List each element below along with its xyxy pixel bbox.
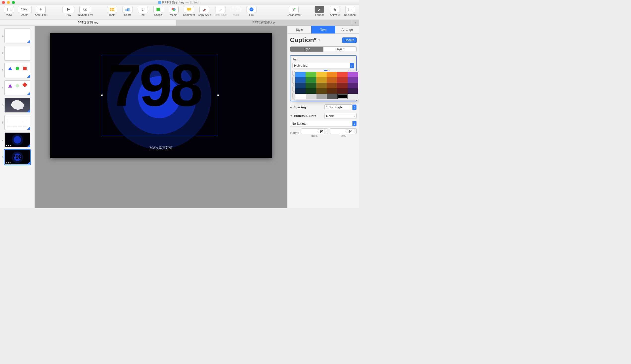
palette-color[interactable] — [306, 94, 316, 99]
indent-label: Indent: — [290, 131, 299, 135]
resize-handle-left[interactable] — [101, 94, 103, 96]
document-button[interactable]: Document — [344, 6, 357, 16]
spacing-select[interactable]: 1.0 - Single▴▾ — [324, 104, 357, 110]
title-dropdown-icon[interactable]: ⌵ — [200, 1, 201, 4]
fullscreen-window-button[interactable] — [12, 1, 15, 4]
thumbnail-8[interactable]: 798 — [4, 150, 30, 165]
inspector-text-tab[interactable]: Text — [311, 26, 335, 34]
thumbnail-7[interactable] — [4, 132, 30, 147]
slide-caption[interactable]: 798次掌声好评 — [50, 146, 272, 150]
thumbnail-1[interactable] — [4, 28, 30, 43]
shape-button[interactable]: Shape — [152, 6, 165, 16]
thumbnail-6[interactable] — [4, 115, 30, 130]
palette-color[interactable] — [316, 83, 327, 88]
slide: 798 798次掌声好评 — [50, 33, 272, 158]
color-palette-popover[interactable] — [294, 71, 359, 100]
bullets-style-select[interactable]: No Bullets▴▾ — [290, 121, 357, 126]
palette-color[interactable] — [295, 83, 306, 88]
palette-color[interactable] — [327, 83, 337, 88]
palette-color[interactable] — [348, 83, 358, 88]
comment-button[interactable]: Comment — [182, 6, 196, 16]
add-slide-button[interactable]: + Add Slide — [34, 6, 47, 16]
text-selection-box[interactable] — [102, 55, 218, 136]
thumbnail-4[interactable] — [4, 80, 30, 95]
palette-color[interactable] — [316, 94, 327, 99]
palette-color[interactable] — [295, 72, 306, 77]
zoom-button[interactable]: 41%⌵ Zoom — [18, 6, 32, 16]
svg-rect-9 — [126, 10, 126, 11]
bullets-disclosure-icon[interactable]: ▼ — [290, 114, 292, 117]
palette-color[interactable] — [348, 77, 358, 83]
svg-point-14 — [173, 9, 174, 11]
text-subtabs[interactable]: Style Layout — [290, 46, 357, 52]
svg-rect-17 — [234, 8, 238, 11]
palette-color[interactable] — [295, 77, 306, 83]
paragraph-style-name[interactable]: Caption* — [290, 36, 316, 44]
palette-color[interactable] — [306, 83, 316, 88]
bullet-indent-field[interactable] — [301, 128, 324, 134]
view-button[interactable]: ⌵ View — [2, 6, 16, 16]
palette-color[interactable] — [348, 88, 358, 94]
palette-color[interactable] — [327, 72, 337, 77]
palette-color[interactable] — [337, 83, 348, 88]
window-titlebar: PPT-2 案例.key — Edited ⌵ — [0, 0, 359, 5]
spacing-label: Spacing — [294, 106, 306, 109]
text-subtab-style[interactable]: Style — [290, 46, 324, 52]
font-family-select[interactable]: Helvetica▴▾ — [292, 63, 354, 68]
animate-button[interactable]: Animate — [328, 6, 341, 16]
chart-button[interactable]: Chart — [121, 6, 134, 16]
inspector-arrange-tab[interactable]: Arrange — [335, 26, 359, 34]
svg-rect-15 — [187, 8, 191, 10]
text-subtab-layout[interactable]: Layout — [324, 46, 357, 52]
palette-color[interactable] — [306, 72, 316, 77]
inspector-style-tab[interactable]: Style — [288, 26, 311, 34]
palette-color[interactable] — [316, 72, 327, 77]
app-doc-icon — [158, 1, 161, 4]
palette-color[interactable] — [327, 88, 337, 94]
table-button[interactable]: Table — [106, 6, 118, 16]
svg-point-19 — [294, 8, 296, 9]
palette-color[interactable] — [295, 88, 306, 94]
close-window-button[interactable] — [2, 1, 5, 4]
paste-style-button: Paste Style — [214, 6, 228, 16]
bullets-preset-select[interactable]: None⌵ — [324, 113, 357, 119]
spacing-disclosure-icon[interactable]: ▶ — [290, 106, 292, 108]
slide-navigator[interactable]: 1 2 3 4 5 6 — [0, 26, 35, 208]
paragraph-style-dropdown-icon[interactable]: ▾ — [318, 38, 320, 42]
resize-handle-right[interactable] — [217, 94, 219, 96]
update-style-button[interactable]: Update — [342, 38, 357, 43]
palette-color[interactable] — [327, 77, 337, 83]
palette-color[interactable] — [316, 77, 327, 83]
palette-color[interactable] — [306, 77, 316, 83]
palette-color[interactable] — [316, 88, 327, 94]
palette-color[interactable] — [348, 72, 358, 77]
play-button[interactable]: Play — [62, 6, 75, 16]
text-button[interactable]: TText — [136, 6, 149, 16]
add-tab-button[interactable]: + — [352, 20, 359, 26]
main-toolbar: ⌵ View 41%⌵ Zoom + Add Slide Play Keynot… — [0, 5, 359, 20]
minimize-window-button[interactable] — [7, 1, 10, 4]
slide-canvas[interactable]: 798 798次掌声好评 — [35, 26, 287, 208]
copy-style-button[interactable]: Copy Style — [198, 6, 211, 16]
thumbnail-5[interactable] — [4, 98, 30, 112]
format-button[interactable]: Format — [313, 6, 326, 16]
tab-doc-2[interactable]: PPT动画案例.key — [176, 20, 352, 26]
palette-color[interactable] — [306, 88, 316, 94]
mask-button: Mask — [230, 6, 242, 16]
keynote-live-button[interactable]: Keynote Live — [78, 6, 93, 16]
palette-color[interactable] — [337, 72, 348, 77]
link-button[interactable]: →Link — [245, 6, 258, 16]
palette-color[interactable] — [337, 88, 348, 94]
thumbnail-3[interactable] — [4, 63, 30, 78]
palette-color[interactable] — [295, 94, 306, 99]
tab-doc-1[interactable]: PPT-2 案例.key — [0, 20, 176, 26]
thumbnail-2[interactable] — [4, 46, 30, 60]
palette-color[interactable] — [337, 77, 348, 83]
palette-color-selected[interactable] — [337, 94, 348, 99]
text-indent-field[interactable] — [330, 128, 353, 134]
media-button[interactable]: Media — [167, 6, 180, 16]
palette-color[interactable] — [327, 94, 337, 99]
svg-rect-11 — [128, 8, 130, 11]
svg-rect-0 — [6, 8, 10, 11]
collaborate-button[interactable]: Collaborate — [287, 6, 300, 16]
